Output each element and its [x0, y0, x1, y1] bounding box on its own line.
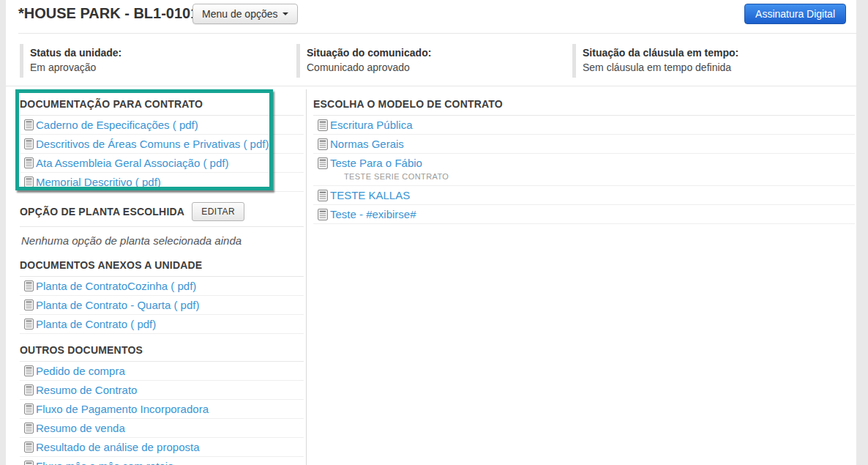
contract-model-row[interactable]: Normas Gerais [313, 135, 855, 154]
unit-attachments-header: DOCUMENTOS ANEXOS A UNIDADE [20, 253, 304, 277]
communication-status-block: Situação do comunicado: Comunicado aprov… [296, 44, 567, 78]
document-link[interactable]: Pedido de compra [36, 365, 125, 377]
document-link-row[interactable]: Resultado de análise de proposta [20, 438, 304, 457]
contract-model-link[interactable]: Teste Para o Fábio [330, 157, 422, 169]
document-link-row[interactable]: Descritivos de Áreas Comuns e Privativas… [20, 135, 304, 154]
document-link[interactable]: Memorial Descritivo ( pdf) [36, 176, 161, 188]
options-menu-button[interactable]: Menu de opções [192, 4, 298, 24]
options-menu-label: Menu de opções [202, 8, 278, 20]
other-documents-header: OUTROS DOCUMENTOS [20, 334, 304, 362]
document-icon [24, 423, 34, 434]
document-icon [318, 190, 328, 201]
chevron-down-icon [283, 12, 288, 15]
digital-signature-label: Assinatura Digital [755, 8, 835, 20]
contract-model-subtitle: TESTE SERIE CONTRATO [344, 172, 855, 181]
document-icon [24, 300, 34, 310]
contract-model-row[interactable]: Escritura Pública [313, 116, 855, 135]
documents-column: DOCUMENTAÇÃO PARA CONTRATO Caderno de Es… [20, 89, 304, 465]
document-icon [318, 157, 328, 169]
unit-status-value: Em aprovação [30, 60, 291, 75]
unit-status-label: Status da unidade: [30, 45, 291, 60]
document-link-row[interactable]: Planta de Contrato ( pdf) [20, 315, 304, 334]
document-icon [24, 365, 34, 376]
document-icon [24, 403, 34, 414]
document-icon [318, 209, 328, 220]
communication-status-value: Comunicado aprovado [307, 60, 567, 75]
contract-model-column: ESCOLHA O MODELO DE CONTRATO Escritura P… [313, 89, 855, 224]
contract-model-link[interactable]: Normas Gerais [330, 138, 404, 150]
document-link-row[interactable]: Caderno de Especificações ( pdf) [20, 116, 304, 135]
document-icon [24, 280, 34, 291]
digital-signature-button[interactable]: Assinatura Digital [744, 4, 846, 24]
contract-model-row[interactable]: Teste - #exibirse# [313, 205, 855, 224]
document-link-row[interactable]: Pedido de compra [20, 362, 304, 381]
page-title: *HOUSE PARK - BL1-0101 [18, 5, 198, 22]
contract-model-link[interactable]: Teste - #exibirse# [330, 208, 416, 220]
document-link[interactable]: Resumo de Contrato [36, 384, 137, 396]
header-divider [18, 33, 856, 34]
unit-detail-page: *HOUSE PARK - BL1-0101 Menu de opções As… [0, 0, 868, 465]
page-gutter-left [0, 0, 6, 465]
document-icon [24, 119, 34, 130]
contract-model-row[interactable]: TESTE KALLAS [313, 186, 855, 205]
document-icon [24, 461, 34, 465]
document-link[interactable]: Descritivos de Áreas Comuns e Privativas… [36, 138, 269, 150]
edit-plan-button[interactable]: EDITAR [192, 202, 244, 221]
contract-model-header: ESCOLHA O MODELO DE CONTRATO [313, 89, 855, 116]
document-link-row[interactable]: Resumo de Contrato [20, 381, 304, 400]
status-divider [6, 86, 856, 86]
time-clause-status-value: Sem cláusula em tempo definida [583, 60, 850, 75]
document-icon [24, 384, 34, 395]
document-link-row[interactable]: Ata Assembleia Geral Associação ( pdf) [20, 154, 304, 173]
contract-model-row[interactable]: Teste Para o Fábio TESTE SERIE CONTRATO [313, 154, 855, 186]
document-link-row[interactable]: Planta de Contrato - Quarta ( pdf) [20, 296, 304, 315]
document-icon [24, 176, 34, 187]
contract-model-link[interactable]: TESTE KALLAS [330, 189, 410, 201]
document-icon [318, 138, 328, 150]
document-link-row[interactable]: Memorial Descritivo ( pdf) [20, 173, 304, 192]
document-icon [24, 138, 34, 149]
document-link[interactable]: Ata Assembleia Geral Associação ( pdf) [36, 157, 228, 169]
document-icon [24, 442, 34, 453]
plan-option-header: OPÇÃO DE PLANTA ESCOLHIDA EDITAR [20, 192, 304, 227]
communication-status-label: Situação do comunicado: [307, 45, 567, 60]
document-link[interactable]: Planta de Contrato ( pdf) [36, 318, 156, 330]
unit-status-block: Status da unidade: Em aprovação [20, 44, 291, 78]
time-clause-status-label: Situação da cláusula em tempo: [583, 45, 850, 60]
plan-option-empty-message: Nenhuma opção de planta selecionada aind… [20, 227, 304, 253]
document-link[interactable]: Resultado de análise de proposta [36, 441, 200, 453]
document-link[interactable]: Planta de ContratoCozinha ( pdf) [36, 280, 196, 292]
document-link[interactable]: Planta de Contrato - Quarta ( pdf) [36, 299, 199, 311]
document-link[interactable]: Fluxo mês a mês com rateio [36, 460, 173, 465]
document-link-row[interactable]: Planta de ContratoCozinha ( pdf) [20, 277, 304, 296]
document-icon [24, 157, 34, 168]
column-divider [306, 89, 307, 465]
document-icon [318, 119, 328, 131]
document-link-row[interactable]: Fluxo de Pagamento Incorporadora [20, 400, 304, 419]
contract-model-link[interactable]: Escritura Pública [330, 119, 413, 131]
time-clause-status-block: Situação da cláusula em tempo: Sem cláus… [572, 44, 850, 78]
document-link-row[interactable]: Resumo de venda [20, 419, 304, 438]
document-link[interactable]: Caderno de Especificações ( pdf) [36, 119, 198, 131]
document-link[interactable]: Fluxo de Pagamento Incorporadora [36, 403, 209, 415]
document-icon [24, 319, 34, 330]
document-link[interactable]: Resumo de venda [36, 422, 125, 434]
document-link-row[interactable]: Fluxo mês a mês com rateio [20, 457, 304, 465]
plan-option-title: OPÇÃO DE PLANTA ESCOLHIDA [20, 206, 184, 217]
page-gutter-right [856, 0, 868, 465]
contract-documentation-header: DOCUMENTAÇÃO PARA CONTRATO [20, 89, 304, 116]
